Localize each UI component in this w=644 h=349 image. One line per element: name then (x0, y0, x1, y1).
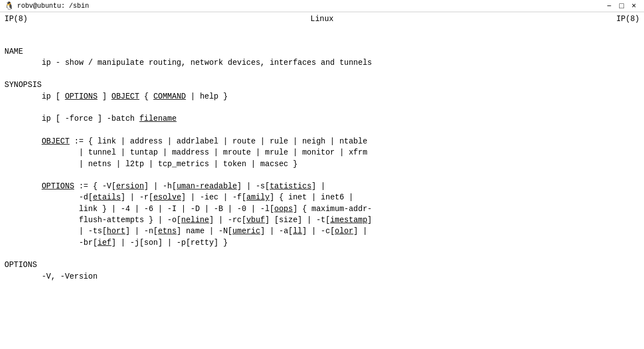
man-page-header: IP(8) Linux IP(8) (0, 14, 644, 23)
options-line: OPTIONS := { -V[ersion] | -h[uman-readab… (4, 182, 372, 247)
maximize-button[interactable]: □ (616, 2, 627, 11)
options2-section-text: -V, -Version (4, 272, 97, 281)
content-area: IP(8) Linux IP(8) NAME ip - show / manip… (0, 12, 644, 349)
minimize-button[interactable]: − (604, 2, 615, 11)
terminal-icon: 🐧 (4, 1, 14, 11)
title-bar-controls[interactable]: − □ × (604, 2, 640, 11)
man-page-body: NAME ip - show / manipulate routing, net… (0, 23, 644, 293)
options2-section-label: OPTIONS (4, 260, 37, 269)
synopsis-section-label: SYNOPSIS (4, 80, 42, 89)
synopsis-line1: ip [ OPTIONS ] OBJECT { COMMAND | help } (4, 92, 228, 101)
name-section-label: NAME (4, 47, 23, 56)
synopsis-line2: ip [ -force ] -batch filename (4, 114, 177, 123)
object-line: OBJECT := { link | address | addrlabel |… (4, 137, 367, 168)
header-left: IP(8) (4, 14, 28, 23)
header-right: IP(8) (616, 14, 640, 23)
close-button[interactable]: × (628, 2, 640, 11)
name-section-text: ip - show / manipulate routing, network … (4, 58, 372, 67)
title-bar-title: robv@ubuntu: /sbin (17, 2, 89, 10)
title-bar: 🐧 robv@ubuntu: /sbin − □ × (0, 0, 644, 12)
title-bar-left: 🐧 robv@ubuntu: /sbin (4, 1, 89, 11)
header-center: Linux (310, 14, 333, 23)
